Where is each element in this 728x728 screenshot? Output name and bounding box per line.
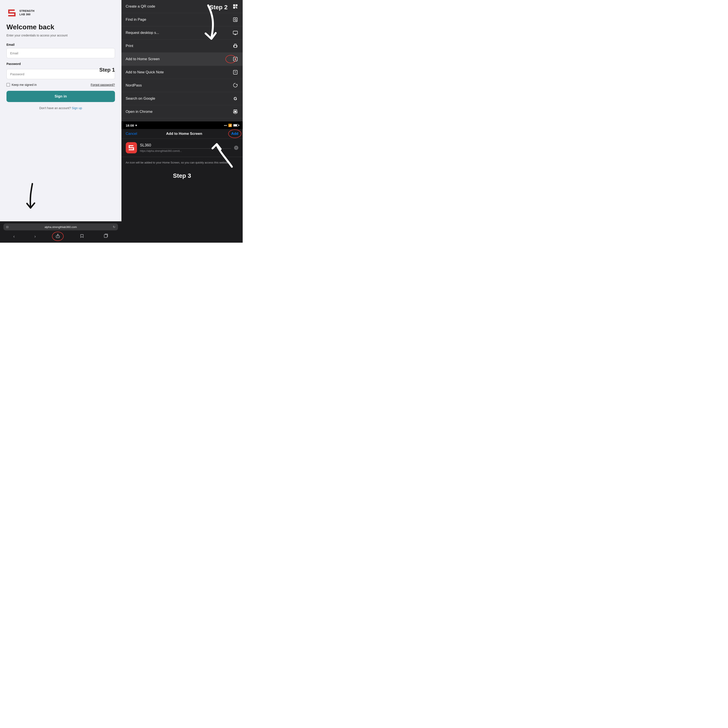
add-home-icon [232,56,239,62]
google-icon: G [232,96,239,102]
reload-icon[interactable]: ↻ [113,225,115,229]
status-heart-icon: ♥ [135,124,137,127]
signal-icon: ▪▪▪ [224,124,227,127]
email-input[interactable] [6,48,115,58]
cancel-button[interactable]: Cancel [126,132,137,136]
chrome-icon [232,109,239,115]
password-label: Password [6,62,21,66]
svg-rect-27 [133,147,134,150]
svg-rect-3 [8,15,15,17]
svg-rect-4 [8,9,9,14]
menu-item-chrome-label: Open in Chrome [126,110,153,114]
sign-in-button[interactable]: Sign in [6,91,115,102]
email-label: Email [6,43,115,46]
quick-note-icon [232,69,239,75]
battery-icon [233,124,239,127]
svg-rect-16 [233,31,237,34]
add-button[interactable]: Add [231,132,239,136]
menu-item-add-home-label: Add to Home Screen [126,57,160,61]
add-home-nav-title: Add to Home Screen [166,132,202,136]
menu-item-qr-label: Create a QR code [126,4,155,9]
welcome-subtitle: Enter your credentials to access your ac… [6,34,115,38]
arrow-step2 [191,1,225,44]
svg-rect-26 [128,145,129,148]
logo-text: STRENGTH LAB 360 [20,9,35,16]
menu-item-find-label: Find in Page [126,17,146,22]
find-icon [232,17,239,23]
print-icon [232,43,239,49]
status-time: 18:08 [126,124,134,127]
svg-rect-11 [234,5,234,6]
share-button[interactable] [55,233,60,239]
browser-bar: ⊟ alpha.strengthlab360.com ↻ ‹ › [0,221,121,243]
step1-label: Step 1 [99,67,115,73]
keep-signed-in-label: Keep me signed in [12,83,37,87]
desktop-icon [232,30,239,36]
arrow-step3 [210,141,239,169]
url-text: alpha.strengthlab360.com [10,225,111,229]
wifi-icon: 📶 [228,124,232,127]
sign-up-link[interactable]: Sign up [72,106,82,110]
menu-item-desktop-label: Request desktop s... [126,31,159,35]
add-button-circle [228,129,242,138]
svg-point-15 [234,19,236,20]
svg-rect-6 [56,236,60,238]
status-icons: ▪▪▪ 📶 [224,124,239,127]
svg-rect-17 [234,45,237,47]
svg-rect-7 [104,234,107,237]
svg-rect-5 [14,12,15,17]
browser-menu: Step 2 Create a QR code Find in Page [121,0,243,121]
svg-rect-18 [234,44,236,45]
menu-item-quick-note-label: Add to New Quick Note [126,70,164,74]
forgot-password-link[interactable]: Forgot password? [90,83,115,87]
menu-item-google-label: Search on Google [126,96,155,101]
arrow-step1 [21,181,43,211]
tabs-button[interactable] [104,234,108,239]
password-input[interactable] [6,69,115,79]
app-icon [126,142,137,153]
no-account-row: Don't have an account? Sign up [6,106,115,110]
add-home-highlight-circle [225,55,236,63]
no-account-text: Don't have an account? [39,106,71,110]
menu-item-nordpass[interactable]: NordPass [121,79,243,92]
svg-rect-25 [128,149,133,150]
logo-area: STRENGTH LAB 360 [6,9,115,17]
url-bar[interactable]: ⊟ alpha.strengthlab360.com ↻ [3,223,118,230]
keep-signed-in-row[interactable]: Keep me signed in [6,83,37,87]
menu-item-nordpass-label: NordPass [126,83,142,87]
status-bar: 18:08 ♥ ▪▪▪ 📶 [121,121,243,129]
bookmarks-button[interactable] [80,234,84,239]
svg-rect-13 [234,7,234,8]
nordpass-icon [232,83,239,89]
login-screen: STRENGTH LAB 360 Welcome back Enter your… [0,0,121,243]
menu-item-quick-note[interactable]: Add to New Quick Note [121,66,243,79]
menu-item-add-home[interactable]: Add to Home Screen [121,53,243,66]
keep-signed-in-checkbox[interactable] [6,83,10,87]
menu-item-google[interactable]: Search on Google G [121,92,243,105]
add-home-nav: Cancel Add to Home Screen Add [121,129,243,139]
svg-rect-12 [236,5,237,6]
svg-point-22 [234,111,236,113]
qr-icon [232,3,239,9]
tabs-icon: ⊟ [6,225,9,229]
brand-logo-icon [6,9,17,17]
add-home-screen: 18:08 ♥ ▪▪▪ 📶 Cancel Add to Home Screen … [121,121,243,243]
checkbox-row: Keep me signed in Forgot password? [6,83,115,87]
svg-rect-20 [233,70,237,74]
svg-rect-14 [233,18,237,21]
back-button[interactable]: ‹ [13,234,15,239]
forward-button[interactable]: › [34,234,36,239]
browser-actions: ‹ › [3,232,118,240]
menu-item-print-label: Print [126,44,133,48]
step3-label: Step 3 [121,172,243,179]
welcome-title: Welcome back [6,23,115,31]
menu-item-chrome[interactable]: Open in Chrome [121,105,243,118]
